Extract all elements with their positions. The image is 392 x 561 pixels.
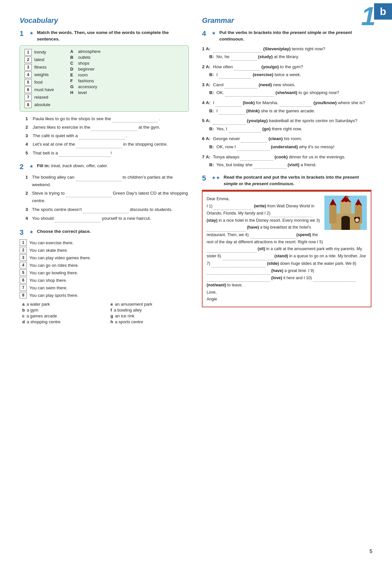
fill-item-1: 1 The bowling alley can to children's pa…: [25, 174, 189, 188]
ex3-row-1: 1 You can exercise there.: [20, 239, 189, 246]
vocab-row-5: 5 food: [24, 79, 60, 86]
gram-item-4: 4A: I (look) for Marsha. (you/know) wher…: [202, 99, 371, 115]
vocab-match-a: A atmosphere: [70, 49, 101, 54]
gram-item-2: 2A: How often (you/go) to the gym? B: I …: [202, 63, 371, 79]
unit-letter: b: [374, 3, 392, 20]
fill-item-3: 3 The sports centre doesn't discounts to…: [25, 206, 189, 214]
option-e: e an amusement park: [110, 302, 189, 307]
ex3-header: 3 ★ Choose the correct place.: [20, 228, 189, 237]
vocab-match-e: E room: [70, 72, 101, 77]
svg-rect-4: [329, 205, 336, 223]
fill-item-4: 4 You should yourself to a new haircut.: [25, 215, 189, 222]
sentence-2: 2 James likes to exercise in the at the …: [25, 124, 189, 131]
vocab-match-d: D beginner: [70, 67, 101, 72]
gram-item-7: 7A: Tonya always (cook) dinner for us in…: [202, 153, 371, 169]
sentence-5: 5 That belt is a !: [25, 150, 189, 157]
unit-number: 1: [361, 3, 376, 29]
ex3-row-4: 4 You can go on rides there.: [20, 262, 189, 268]
vocab-row-6: 6 must have: [24, 87, 60, 93]
svg-rect-7: [333, 205, 335, 207]
option-d: d a shopping centre: [22, 319, 101, 324]
vocab-match-f: F fashions: [70, 78, 101, 83]
ex3-options-grid: a a water park e an amusement park b a g…: [22, 302, 189, 324]
ex3-number: 3: [20, 228, 26, 237]
ex2-items: 1 The bowling alley can to children's pa…: [25, 174, 189, 222]
gram-item-3: 3A: Carol (need) new shoes. B: OK. (she/…: [202, 81, 371, 97]
vocabulary-column: Vocabulary 1 ★ Match the words. Then, us…: [20, 16, 189, 330]
option-f: f a bowling alley: [110, 308, 189, 313]
vocab-match-b: B outlets: [70, 55, 101, 60]
corner-decoration: 1 b: [340, 0, 392, 39]
option-b: b a gym: [22, 308, 101, 313]
ex3-row-8: 8 You can play sports there.: [20, 292, 189, 298]
vocab-match-c: C shops: [70, 61, 101, 66]
gram-item-6: 6A: George never (clean) his room. B: OK…: [202, 135, 371, 151]
option-h: h a sports centre: [110, 319, 189, 324]
ex2-instruction: Fill in: treat, track down, offer, cater…: [37, 163, 108, 169]
option-g: g an ice rink: [110, 313, 189, 318]
sentence-1: 1 Paula likes to go to the shops to see …: [25, 116, 189, 122]
fill-item-2: 2 Steve is trying to Green Day's latest …: [25, 190, 189, 204]
ex3-row-7: 7 You can swim there.: [20, 284, 189, 291]
grammar-column: Grammar 4 ★ Put the verbs in brackets in…: [202, 16, 371, 330]
vocabulary-title: Vocabulary: [20, 16, 189, 25]
vocab-right-col: A atmosphere B outlets C shops D: [70, 49, 101, 108]
ex1-header: 1 ★ Match the words. Then, use some of t…: [20, 29, 189, 43]
vocab-left-col: 1 trendy 2 latest 3 fitness 4: [24, 49, 60, 108]
svg-rect-6: [329, 205, 331, 207]
vocab-row-4: 4 weights: [24, 72, 60, 78]
svg-rect-11: [358, 205, 360, 207]
svg-rect-12: [340, 202, 351, 214]
ex2-star: ★: [29, 164, 34, 169]
svg-rect-10: [355, 205, 357, 207]
page-number: 5: [369, 549, 372, 554]
ex4-star: ★: [212, 30, 216, 36]
exercise-3: 3 ★ Choose the correct place. 1 You can …: [20, 228, 189, 324]
exercise-4: 4 ★ Put the verbs in brackets into the p…: [202, 29, 371, 169]
ex3-row-5: 5 You can go bowling there.: [20, 269, 189, 276]
option-a: a a water park: [22, 302, 101, 307]
ex3-row-3: 3 You can play video games there.: [20, 254, 189, 261]
ex1-star: ★: [29, 30, 34, 36]
postcard-closing: Love,: [206, 289, 367, 296]
vocab-row-3: 3 fitness: [24, 64, 60, 71]
svg-point-3: [341, 216, 350, 221]
vocab-row-7: 7 relaxed: [24, 94, 60, 101]
ex3-row-2: 2 You can skate there.: [20, 247, 189, 253]
ex3-places-table: 1 You can exercise there. 2 You can skat…: [20, 239, 189, 298]
svg-rect-14: [340, 201, 342, 203]
ex5-instruction: Read the postcard and put the verbs in b…: [223, 174, 371, 187]
sentence-3: 3 The café is quiet with a .: [25, 133, 189, 139]
ex1-sentences: 1 Paula likes to go to the shops to see …: [25, 116, 189, 157]
ex2-number: 2: [20, 163, 26, 171]
ex3-instruction: Choose the correct place.: [37, 228, 91, 235]
postcard-signature: Angie: [206, 296, 367, 303]
vocab-match-g: G accessory: [70, 84, 101, 89]
vocab-row-1: 1 trendy: [24, 49, 60, 56]
ex3-star: ★: [29, 229, 34, 234]
gram-item-1: 1A: (Steven/play) tennis right now? B: N…: [202, 45, 371, 61]
svg-rect-15: [343, 201, 345, 203]
ex5-star: ★★: [212, 175, 220, 180]
ex4-number: 4: [202, 29, 208, 38]
ex5-number: 5: [202, 174, 208, 183]
ex1-number: 1: [20, 29, 26, 38]
vocab-row-2: 2 latest: [24, 56, 60, 63]
svg-rect-16: [347, 201, 349, 203]
ex2-header: 2 ★ Fill in: treat, track down, offer, c…: [20, 163, 189, 171]
postcard: Dear Emma, I 1) (write) from Walt Disney…: [202, 190, 371, 307]
exercise-2: 2 ★ Fill in: treat, track down, offer, c…: [20, 163, 189, 222]
ex1-instruction: Match the words. Then, use some of the w…: [37, 29, 189, 43]
gram-item-5: 5A: (you/play) basketball at the sports …: [202, 117, 371, 133]
vocab-row-8: 8 absolute: [24, 102, 60, 108]
sentence-4: 4 Let's eat at one of the in the shoppin…: [25, 141, 189, 148]
vocab-matching-table: 1 trendy 2 latest 3 fitness 4: [20, 45, 189, 112]
svg-point-20: [355, 218, 359, 222]
ex3-row-6: 6 You can shop there.: [20, 277, 189, 283]
vocab-match-h: H level: [70, 90, 101, 95]
postcard-image: [324, 196, 367, 230]
exercise-1: 1 ★ Match the words. Then, use some of t…: [20, 29, 189, 157]
exercise-5: 5 ★★ Read the postcard and put the verbs…: [202, 174, 371, 307]
ex5-header: 5 ★★ Read the postcard and put the verbs…: [202, 174, 371, 187]
option-c: c a games arcade: [22, 313, 101, 318]
